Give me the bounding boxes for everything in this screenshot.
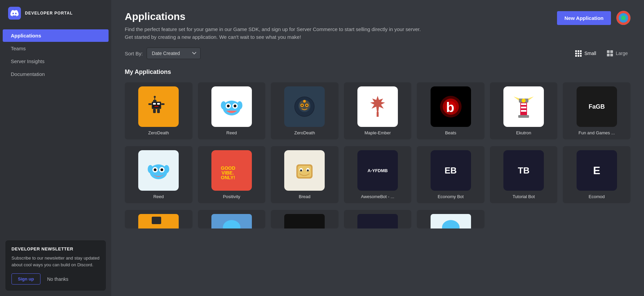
- app-icon-e: E: [577, 150, 617, 191]
- app-icon-partial5: [431, 214, 471, 228]
- svg-rect-13: [157, 109, 160, 113]
- svg-point-15: [154, 96, 156, 98]
- app-card-partial1[interactable]: [125, 210, 193, 228]
- my-applications-title: My Applications: [125, 69, 631, 76]
- svg-rect-46: [521, 107, 526, 108]
- app-icon-fagb: FaGB: [577, 86, 617, 127]
- app-icon-ekutron: [503, 86, 544, 127]
- app-icon-zerodeath1: [138, 86, 179, 127]
- user-avatar[interactable]: [616, 11, 631, 25]
- page-description: Find the perfect feature set for your ga…: [125, 26, 428, 41]
- sidebar-item-teams[interactable]: Teams: [3, 42, 109, 55]
- app-card-partial4[interactable]: [344, 210, 412, 228]
- app-icon-tb: TB: [503, 150, 544, 191]
- app-card-ekutron[interactable]: Ekutron: [490, 82, 558, 139]
- sort-label: Sort By:: [125, 51, 143, 56]
- header-left: Applications Find the perfect feature se…: [125, 11, 428, 41]
- app-name-positivity: Positivity: [223, 194, 240, 199]
- svg-point-54: [164, 165, 169, 173]
- svg-rect-7: [153, 103, 156, 105]
- app-card-tb[interactable]: TB Tutorial Bot: [490, 146, 558, 203]
- app-card-e[interactable]: E Ecomod: [563, 146, 631, 203]
- svg-point-49: [522, 99, 526, 103]
- svg-rect-50: [518, 115, 529, 118]
- newsletter-title: DEVELOPER NEWSLETTER: [11, 246, 100, 251]
- sidebar-nav: Applications Teams Server Insights Docum…: [0, 26, 111, 235]
- app-name-tb: Tutorial Bot: [513, 194, 535, 199]
- app-icon-bread: [284, 150, 325, 191]
- apps-grid-row2: Reed GOOD VIBE. ONLY! Positivity: [125, 146, 631, 203]
- app-card-zerodeath2[interactable]: ZeroDeath: [271, 82, 339, 139]
- app-icon-partial4: [357, 214, 398, 228]
- avatar-svg: [616, 11, 631, 25]
- svg-point-2: [621, 16, 626, 20]
- app-card-maple[interactable]: Maple-Ember: [344, 82, 412, 139]
- app-icon-ayfdmb: A-YFDMB: [357, 150, 398, 191]
- discord-svg: [10, 9, 19, 17]
- header-right: New Application: [557, 11, 631, 25]
- sidebar-item-documentation[interactable]: Documentation: [3, 68, 109, 80]
- sort-select[interactable]: Date Created Name: [147, 48, 201, 59]
- app-card-positivity[interactable]: GOOD VIBE. ONLY! Positivity: [198, 146, 266, 203]
- app-name-zerodeath1: ZeroDeath: [148, 130, 169, 135]
- app-card-reed2[interactable]: Reed: [125, 146, 193, 203]
- svg-text:b: b: [446, 100, 454, 115]
- app-icon-zerodeath2: [284, 86, 325, 127]
- app-card-beats[interactable]: b Beats: [417, 82, 485, 139]
- view-controls: Small Large: [573, 49, 631, 58]
- app-icon-partial3: [284, 214, 325, 228]
- app-name-reed1: Reed: [226, 130, 237, 135]
- app-icon-partial1: [138, 214, 179, 228]
- app-icon-beats: b: [431, 86, 471, 127]
- app-name-bread: Bread: [299, 194, 311, 199]
- svg-point-53: [148, 165, 153, 173]
- app-card-eb[interactable]: EB Economy Bot: [417, 146, 485, 203]
- svg-rect-8: [157, 103, 160, 105]
- view-large-button[interactable]: Large: [604, 49, 631, 58]
- sidebar-item-applications[interactable]: Applications: [3, 29, 109, 42]
- newsletter-panel: DEVELOPER NEWSLETTER Subscribe to our ne…: [5, 240, 106, 291]
- app-name-zerodeath2: ZeroDeath: [294, 130, 315, 135]
- app-name-ekutron: Ekutron: [516, 130, 531, 135]
- logo-area: DEVELOPER PORTAL: [0, 0, 111, 26]
- grid-small-icon: [575, 50, 582, 57]
- page-title: Applications: [125, 11, 428, 22]
- view-large-label: Large: [616, 51, 628, 56]
- view-small-button[interactable]: Small: [573, 49, 599, 58]
- main-content: Applications Find the perfect feature se…: [111, 0, 644, 296]
- apps-grid-row3: [125, 210, 631, 228]
- page-header: Applications Find the perfect feature se…: [125, 11, 631, 41]
- newsletter-description: Subscribe to our newsletter and stay upd…: [11, 255, 100, 268]
- app-card-reed1[interactable]: Reed: [198, 82, 266, 139]
- newsletter-actions: Sign up No thanks: [11, 273, 100, 285]
- new-application-button[interactable]: New Application: [557, 11, 611, 25]
- app-name-beats: Beats: [445, 130, 456, 135]
- svg-point-33: [303, 100, 306, 103]
- svg-rect-12: [153, 109, 156, 113]
- svg-point-22: [227, 105, 230, 107]
- svg-rect-11: [161, 103, 165, 105]
- app-card-ayfdmb[interactable]: A-YFDMB AwesomeBot - ...: [344, 146, 412, 203]
- app-card-bread[interactable]: Bread: [271, 146, 339, 203]
- app-card-partial2[interactable]: [198, 210, 266, 228]
- app-name-maple: Maple-Ember: [364, 130, 391, 135]
- app-card-partial5[interactable]: [417, 210, 485, 228]
- svg-point-19: [237, 101, 242, 109]
- signup-button[interactable]: Sign up: [11, 273, 40, 285]
- svg-rect-45: [521, 103, 526, 105]
- svg-text:ONLY!: ONLY!: [221, 175, 235, 180]
- svg-point-32: [306, 105, 308, 106]
- svg-rect-47: [521, 110, 526, 112]
- svg-rect-10: [148, 103, 152, 105]
- sidebar-item-server-insights[interactable]: Server Insights: [3, 55, 109, 68]
- no-thanks-button[interactable]: No thanks: [46, 275, 70, 283]
- app-card-fagb[interactable]: FaGB Fun and Games ...: [563, 82, 631, 139]
- svg-point-18: [221, 101, 226, 109]
- discord-logo-icon: [8, 7, 21, 20]
- logo-text: DEVELOPER PORTAL: [25, 11, 73, 16]
- app-card-partial3[interactable]: [271, 210, 339, 228]
- app-card-zerodeath1[interactable]: ZeroDeath: [125, 82, 193, 139]
- svg-point-69: [307, 169, 309, 171]
- sort-section: Sort By: Date Created Name: [125, 48, 201, 59]
- app-name-reed2: Reed: [153, 194, 164, 199]
